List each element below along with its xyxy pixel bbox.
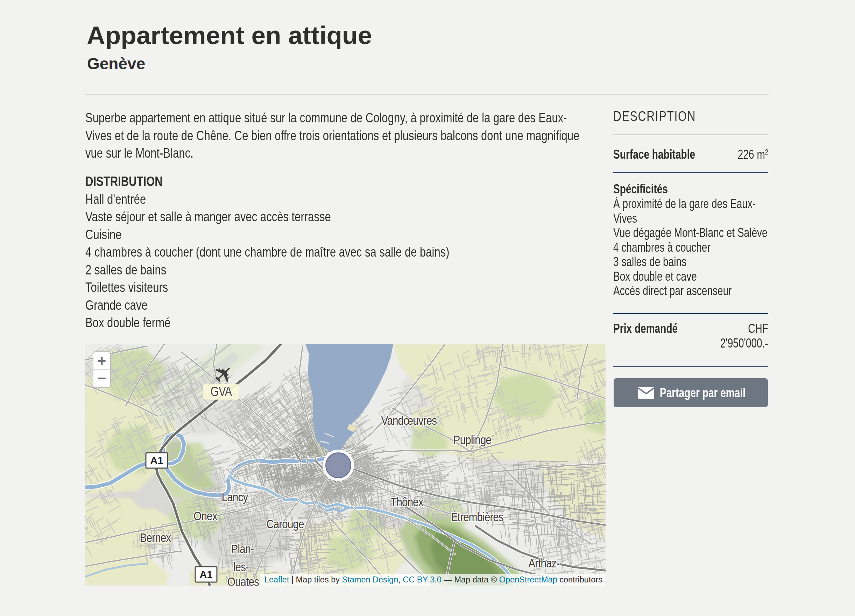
svg-text:Thônex: Thônex (391, 495, 424, 509)
svg-text:A1: A1 (150, 455, 163, 466)
svg-text:Vandœuvres: Vandœuvres (382, 413, 437, 427)
svg-text:Carouge: Carouge (266, 517, 303, 531)
svg-text:les-: les- (233, 560, 249, 574)
svg-text:Puplinge: Puplinge (454, 433, 491, 446)
svg-text:A1: A1 (199, 569, 212, 580)
svg-text:Bernex: Bernex (140, 530, 172, 544)
svg-text:Étrembières: Étrembières (451, 510, 503, 524)
svg-text:Plan-: Plan- (231, 541, 254, 555)
svg-text:Ouates: Ouates (227, 575, 259, 585)
svg-text:Onex: Onex (193, 509, 218, 523)
svg-text:Arthaz-: Arthaz- (528, 556, 559, 570)
svg-text:Lancy: Lancy (222, 490, 248, 504)
